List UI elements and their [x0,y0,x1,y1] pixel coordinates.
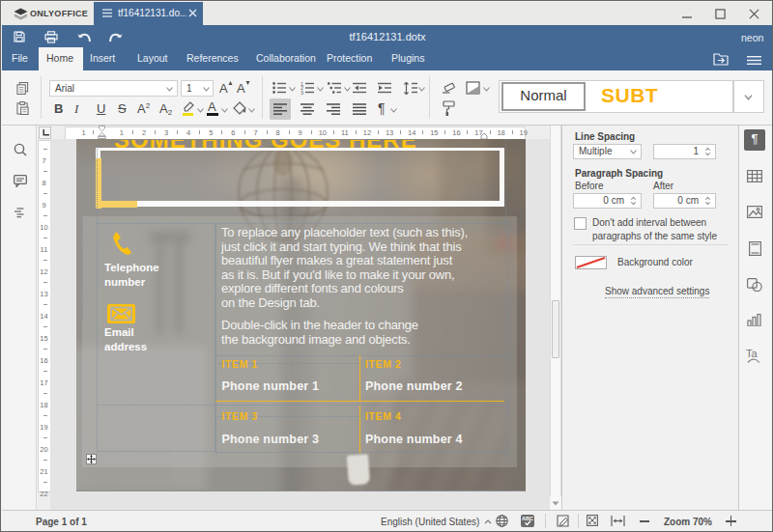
svg-text:ABC: ABC [522,516,533,521]
svg-text:3: 3 [301,90,303,95]
